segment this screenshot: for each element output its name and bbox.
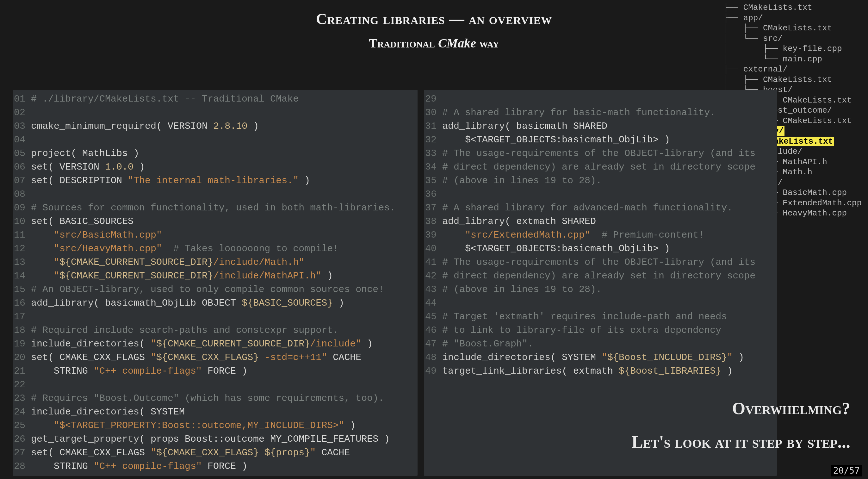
line-number: 05 bbox=[13, 147, 31, 160]
code-content: $<TARGET_OBJECTS:basicmath_ObjLib> ) bbox=[442, 242, 670, 256]
line-number: 18 bbox=[13, 324, 31, 337]
line-number: 16 bbox=[13, 296, 31, 310]
code-line: 39 "src/ExtendedMath.cpp" # Premium-cont… bbox=[424, 229, 777, 242]
code-content: "src/BasicMath.cpp" bbox=[31, 229, 162, 242]
callout-text: Overwhelming? Let's look at it step by s… bbox=[632, 399, 850, 452]
code-content: "${CMAKE_CURRENT_SOURCE_DIR}/include/Mat… bbox=[31, 269, 333, 283]
code-line: 40 $<TARGET_OBJECTS:basicmath_ObjLib> ) bbox=[424, 242, 777, 256]
line-number: 38 bbox=[424, 215, 442, 229]
code-line: 17 bbox=[13, 310, 417, 324]
code-line: 42# direct dependency) are already set i… bbox=[424, 269, 777, 283]
code-line: 33# The usage-requirements of the OBJECT… bbox=[424, 147, 777, 160]
code-content: include_directories( SYSTEM "${Boost_INC… bbox=[442, 351, 744, 364]
code-content: # direct dependency) are already set in … bbox=[442, 160, 755, 174]
code-content: "src/ExtendedMath.cpp" # Premium-content… bbox=[442, 229, 704, 242]
code-line: 08 bbox=[13, 188, 417, 201]
code-content: STRING "C++ compile-flags" FORCE ) bbox=[31, 364, 247, 378]
code-content: "$<TARGET_PROPERTY:Boost::outcome,MY_INC… bbox=[31, 419, 355, 432]
code-content: set( DESCRIPTION "The internal math-libr… bbox=[31, 174, 310, 188]
slide: Creating libraries — an overview Traditi… bbox=[0, 0, 868, 479]
line-number: 19 bbox=[13, 337, 31, 351]
line-number: 15 bbox=[13, 283, 31, 296]
code-line: 07set( DESCRIPTION "The internal math-li… bbox=[13, 174, 417, 188]
code-line: 32 $<TARGET_OBJECTS:basicmath_ObjLib> ) bbox=[424, 133, 777, 147]
code-content: add_library( basicmath SHARED bbox=[442, 120, 607, 133]
code-content: # Required include search-paths and cons… bbox=[31, 324, 338, 337]
tree-line: │ ├── CMakeLists.txt bbox=[723, 23, 862, 33]
line-number: 01 bbox=[13, 92, 31, 106]
code-content: $<TARGET_OBJECTS:basicmath_ObjLib> ) bbox=[442, 133, 670, 147]
line-number: 20 bbox=[13, 351, 31, 364]
tree-line: │ ├── CMakeLists.txt bbox=[723, 75, 862, 85]
code-line: 04 bbox=[13, 133, 417, 147]
code-content: # ./library/CMakeLists.txt -- Traditiona… bbox=[31, 92, 299, 106]
code-content: # A shared library for advanced-math fun… bbox=[442, 201, 733, 215]
line-number: 35 bbox=[424, 174, 442, 188]
line-number: 28 bbox=[13, 460, 31, 473]
code-line: 02 bbox=[13, 106, 417, 120]
code-line: 06set( VERSION 1.0.0 ) bbox=[13, 160, 417, 174]
tree-line: ├── external/ bbox=[723, 64, 862, 75]
line-number: 31 bbox=[424, 120, 442, 133]
code-line: 23# Requires "Boost.Outcome" (which has … bbox=[13, 392, 417, 405]
code-content: target_link_libraries( extmath ${Boost_L… bbox=[442, 364, 733, 378]
code-line: 13 "${CMAKE_CURRENT_SOURCE_DIR}/include/… bbox=[13, 256, 417, 269]
code-line: 14 "${CMAKE_CURRENT_SOURCE_DIR}/include/… bbox=[13, 269, 417, 283]
code-content: get_target_property( props Boost::outcom… bbox=[31, 432, 390, 446]
code-content: # The usage-requirements of the OBJECT-l… bbox=[442, 147, 755, 160]
code-line: 25 "$<TARGET_PROPERTY:Boost::outcome,MY_… bbox=[13, 419, 417, 432]
code-content: # direct dependency) are already set in … bbox=[442, 269, 755, 283]
code-line: 41# The usage-requirements of the OBJECT… bbox=[424, 256, 777, 269]
code-line: 03cmake_minimum_required( VERSION 2.8.10… bbox=[13, 120, 417, 133]
code-content: # The usage-requirements of the OBJECT-l… bbox=[442, 256, 755, 269]
line-number: 21 bbox=[13, 364, 31, 378]
line-number: 13 bbox=[13, 256, 31, 269]
code-line: 45# Target 'extmath' requires include-pa… bbox=[424, 310, 777, 324]
line-number: 39 bbox=[424, 229, 442, 242]
code-content: # (above in lines 19 to 28). bbox=[442, 174, 602, 188]
code-line: 30# A shared library for basic-math func… bbox=[424, 106, 777, 120]
line-number: 07 bbox=[13, 174, 31, 188]
code-line: 29 bbox=[424, 92, 777, 106]
code-content: set( CMAKE_CXX_FLAGS "${CMAKE_CXX_FLAGS}… bbox=[31, 351, 361, 364]
code-content: set( VERSION 1.0.0 ) bbox=[31, 160, 145, 174]
subtitle-prefix: Traditional bbox=[369, 36, 438, 50]
code-line: 43# (above in lines 19 to 28). bbox=[424, 283, 777, 296]
line-number: 32 bbox=[424, 133, 442, 147]
code-line: 47# "Boost.Graph". bbox=[424, 337, 777, 351]
tree-line: │ └── main.cpp bbox=[723, 54, 862, 64]
line-number: 22 bbox=[13, 378, 31, 392]
subtitle-suffix: way bbox=[476, 36, 499, 50]
code-content: # Target 'extmath' requires include-path… bbox=[442, 310, 727, 324]
subtitle-em: CMake bbox=[438, 36, 476, 50]
line-number: 47 bbox=[424, 337, 442, 351]
line-number: 08 bbox=[13, 188, 31, 201]
line-number: 46 bbox=[424, 324, 442, 337]
line-number: 45 bbox=[424, 310, 442, 324]
line-number: 29 bbox=[424, 92, 442, 106]
code-line: 21 STRING "C++ compile-flags" FORCE ) bbox=[13, 364, 417, 378]
tree-line: │ ├── key-file.cpp bbox=[723, 44, 862, 54]
code-content: "${CMAKE_CURRENT_SOURCE_DIR}/include/Mat… bbox=[31, 256, 304, 269]
code-line: 20set( CMAKE_CXX_FLAGS "${CMAKE_CXX_FLAG… bbox=[13, 351, 417, 364]
line-number: 12 bbox=[13, 242, 31, 256]
code-line: 38add_library( extmath SHARED bbox=[424, 215, 777, 229]
line-number: 33 bbox=[424, 147, 442, 160]
code-line: 15# An OBJECT-library, used to only comp… bbox=[13, 283, 417, 296]
code-content: # to link to library-file of its extra d… bbox=[442, 324, 721, 337]
code-line: 34# direct dependency) are already set i… bbox=[424, 160, 777, 174]
code-content: STRING "C++ compile-flags" FORCE ) bbox=[31, 460, 247, 473]
code-line: 11 "src/BasicMath.cpp" bbox=[13, 229, 417, 242]
code-line: 10set( BASIC_SOURCES bbox=[13, 215, 417, 229]
code-content: include_directories( SYSTEM bbox=[31, 405, 185, 419]
line-number: 06 bbox=[13, 160, 31, 174]
line-number: 34 bbox=[424, 160, 442, 174]
line-number: 17 bbox=[13, 310, 31, 324]
line-number: 27 bbox=[13, 446, 31, 460]
code-line: 37# A shared library for advanced-math f… bbox=[424, 201, 777, 215]
code-line: 44 bbox=[424, 296, 777, 310]
line-number: 24 bbox=[13, 405, 31, 419]
line-number: 37 bbox=[424, 201, 442, 215]
tree-line: │ └── src/ bbox=[723, 33, 862, 44]
code-line: 12 "src/HeavyMath.cpp" # Takes loooooong… bbox=[13, 242, 417, 256]
